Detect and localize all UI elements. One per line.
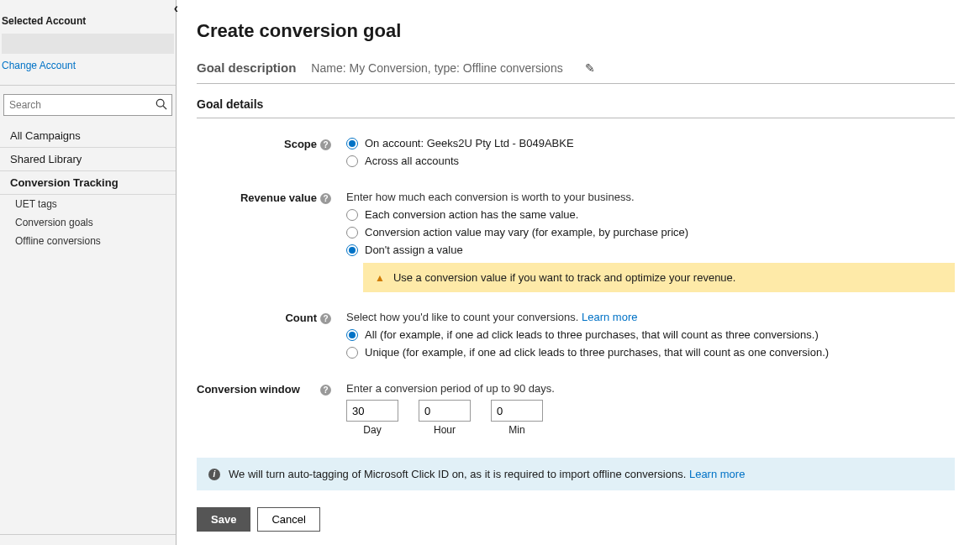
account-block: Selected Account Change Account	[0, 0, 176, 86]
svg-point-0	[156, 99, 164, 107]
nav-shared-library[interactable]: Shared Library	[0, 148, 176, 171]
radio-icon[interactable]	[346, 227, 358, 238]
count-learn-more-link[interactable]: Learn more	[582, 311, 637, 323]
info-text-wrap: We will turn auto-tagging of Microsoft C…	[229, 468, 745, 480]
revenue-none-text: Don't assign a value	[365, 244, 463, 256]
revenue-label-col: Revenue value ?	[197, 191, 335, 204]
revenue-warning-text: Use a conversion value if you want to tr…	[393, 271, 736, 284]
count-label: Count	[285, 312, 317, 324]
info-text: We will turn auto-tagging of Microsoft C…	[229, 468, 689, 480]
nav-conversion-tracking[interactable]: Conversion Tracking	[0, 171, 176, 195]
button-row: Save Cancel	[197, 507, 955, 532]
row-count: Count ? Select how you'd like to count y…	[197, 311, 955, 364]
window-hour-unit: Hour	[434, 424, 456, 436]
info-icon: i	[208, 469, 220, 480]
nav-conversion-goals[interactable]: Conversion goals	[0, 213, 176, 232]
revenue-vary-text: Conversion action value may vary (for ex…	[365, 226, 688, 238]
radio-icon[interactable]	[346, 209, 358, 221]
count-hint-text: Select how you'd like to count your conv…	[346, 311, 582, 323]
revenue-controls: Enter how much each conversion is worth …	[335, 191, 955, 292]
scope-across-option[interactable]: Across all accounts	[346, 155, 955, 167]
selected-account-label: Selected Account	[2, 15, 174, 30]
search-box[interactable]	[3, 94, 172, 116]
auto-tagging-info-banner: i We will turn auto-tagging of Microsoft…	[197, 458, 955, 490]
save-button[interactable]: Save	[197, 507, 250, 532]
window-hour-input[interactable]	[419, 400, 471, 422]
row-revenue: Revenue value ? Enter how much each conv…	[197, 191, 955, 292]
row-scope: Scope ? On account: Geeks2U Pty Ltd - B0…	[197, 137, 955, 172]
search-wrap	[0, 86, 176, 121]
goal-description-summary: Name: My Conversion, type: Offline conve…	[311, 61, 562, 75]
edit-icon[interactable]: ✎	[585, 61, 595, 75]
nav-offline-conversions[interactable]: Offline conversions	[0, 232, 176, 250]
revenue-hint: Enter how much each conversion is worth …	[346, 191, 955, 203]
radio-icon[interactable]	[346, 347, 358, 359]
count-all-option[interactable]: All (for example, if one ad click leads …	[346, 328, 955, 341]
radio-icon[interactable]	[346, 138, 358, 149]
window-hint: Enter a conversion period of up to 90 da…	[346, 382, 955, 395]
scope-across-text: Across all accounts	[365, 155, 459, 167]
main-content: Create conversion goal Goal description …	[177, 0, 980, 545]
window-label-col: Conversion window ?	[197, 382, 335, 396]
change-account-link[interactable]: Change Account	[2, 60, 76, 78]
window-hour-field: Hour	[419, 400, 471, 436]
nav-list: All Campaigns Shared Library Conversion …	[0, 121, 176, 250]
revenue-label: Revenue value	[240, 191, 317, 204]
radio-icon[interactable]	[346, 329, 358, 341]
goal-description-label: Goal description	[197, 60, 296, 75]
sidebar: ‹ Selected Account Change Account All Ca…	[0, 0, 177, 545]
count-hint: Select how you'd like to count your conv…	[346, 311, 955, 323]
selected-account-name	[2, 34, 174, 54]
window-day-input[interactable]	[346, 400, 398, 422]
count-all-text: All (for example, if one ad click leads …	[365, 328, 819, 341]
scope-label-col: Scope ?	[197, 137, 335, 150]
help-icon[interactable]: ?	[320, 313, 331, 324]
scope-on-account-text: On account: Geeks2U Pty Ltd - B049ABKE	[365, 137, 574, 149]
sidebar-divider	[0, 534, 176, 535]
revenue-same-text: Each conversion action has the same valu…	[365, 208, 578, 221]
window-min-input[interactable]	[491, 400, 543, 422]
search-icon[interactable]	[151, 98, 171, 113]
count-controls: Select how you'd like to count your conv…	[335, 311, 955, 364]
scope-label: Scope	[284, 138, 317, 150]
revenue-warning-banner: ▲ Use a conversion value if you want to …	[363, 263, 955, 292]
help-icon[interactable]: ?	[320, 139, 331, 150]
revenue-vary-option[interactable]: Conversion action value may vary (for ex…	[346, 226, 955, 238]
svg-line-1	[163, 106, 166, 109]
goal-description-row: Goal description Name: My Conversion, ty…	[197, 60, 955, 84]
window-min-unit: Min	[508, 424, 524, 436]
count-label-col: Count ?	[197, 311, 335, 324]
window-inputs: Day Hour Min	[346, 400, 955, 436]
form-grid: Scope ? On account: Geeks2U Pty Ltd - B0…	[197, 137, 955, 436]
search-input[interactable]	[4, 99, 151, 111]
radio-icon[interactable]	[346, 244, 358, 256]
row-window: Conversion window ? Enter a conversion p…	[197, 382, 955, 436]
nav-all-campaigns[interactable]: All Campaigns	[0, 124, 176, 148]
nav-uet-tags[interactable]: UET tags	[0, 195, 176, 213]
revenue-none-option[interactable]: Don't assign a value	[346, 244, 955, 256]
window-min-field: Min	[491, 400, 543, 436]
window-controls: Enter a conversion period of up to 90 da…	[335, 382, 955, 436]
cancel-button[interactable]: Cancel	[257, 507, 319, 532]
scope-on-account-option[interactable]: On account: Geeks2U Pty Ltd - B049ABKE	[346, 137, 955, 149]
collapse-sidebar-button[interactable]: ‹	[174, 2, 178, 15]
scope-controls: On account: Geeks2U Pty Ltd - B049ABKE A…	[335, 137, 955, 172]
revenue-same-option[interactable]: Each conversion action has the same valu…	[346, 208, 955, 221]
window-label: Conversion window	[197, 383, 300, 396]
radio-icon[interactable]	[346, 155, 358, 167]
window-day-field: Day	[346, 400, 398, 436]
window-day-unit: Day	[363, 424, 381, 436]
help-icon[interactable]: ?	[320, 385, 331, 396]
help-icon[interactable]: ?	[320, 193, 331, 204]
goal-details-header: Goal details	[197, 97, 955, 118]
info-learn-more-link[interactable]: Learn more	[689, 468, 745, 480]
page-title: Create conversion goal	[197, 20, 955, 42]
count-unique-option[interactable]: Unique (for example, if one ad click lea…	[346, 346, 955, 359]
count-unique-text: Unique (for example, if one ad click lea…	[365, 346, 829, 359]
warning-icon: ▲	[375, 272, 385, 284]
